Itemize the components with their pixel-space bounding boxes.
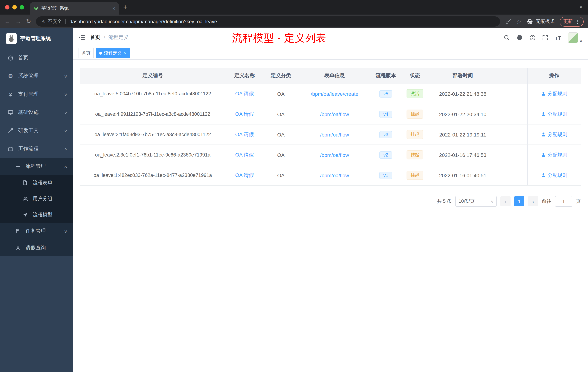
page-unit-label: 页 bbox=[576, 198, 581, 205]
definition-name-link[interactable]: OA 请假 bbox=[225, 145, 264, 165]
sidebar-item-leave-query[interactable]: 请假查询 bbox=[0, 240, 73, 256]
user-icon bbox=[541, 153, 546, 157]
column-header-actions: 操作 bbox=[527, 68, 581, 84]
sidebar-item-workflow[interactable]: 工作流程 ∧ bbox=[0, 140, 73, 158]
table-row: oa_leave:1:482ec033-762a-11ec-8477-a2380… bbox=[80, 165, 581, 186]
forward-button[interactable]: → bbox=[15, 19, 21, 24]
person-icon bbox=[15, 245, 21, 251]
user-icon bbox=[541, 132, 546, 137]
incognito-label: 无痕模式 bbox=[536, 18, 555, 25]
table-row: oa_leave:2:3c1f0ef1-76b1-11ec-9c66-a2380… bbox=[80, 145, 581, 165]
window-close-button[interactable] bbox=[5, 5, 10, 10]
app-navbar: 首页 / 流程定义 流程模型 - 定义列表 ? bbox=[73, 28, 588, 47]
cell-deploy-time: 2022-01-22 19:19:11 bbox=[429, 124, 496, 144]
breadcrumb-current: 流程定义 bbox=[108, 34, 129, 41]
sidebar-item-infrastructure[interactable]: 基础设施 ∨ bbox=[0, 103, 73, 121]
back-button[interactable]: ← bbox=[4, 19, 10, 24]
cell-deploy-time: 2022-01-16 01:40:51 bbox=[429, 165, 496, 185]
form-link[interactable]: /bpm/oa/flow bbox=[298, 124, 371, 144]
tag-process-definition[interactable]: 流程定义 × bbox=[96, 48, 130, 58]
window-zoom-button[interactable] bbox=[20, 5, 24, 10]
assign-rule-link[interactable]: 分配规则 bbox=[541, 90, 567, 97]
form-link[interactable]: /bpm/oa/leave/create bbox=[298, 84, 371, 104]
tab-close-icon[interactable]: × bbox=[112, 5, 115, 11]
cell-deploy-time: 2022-01-22 21:48:38 bbox=[429, 84, 496, 104]
assign-rule-link[interactable]: 分配规则 bbox=[541, 152, 567, 158]
definition-name-link[interactable]: OA 请假 bbox=[225, 165, 264, 185]
chevron-down-icon: ∨ bbox=[490, 199, 494, 203]
app-logo-row[interactable]: 芋道管理系统 bbox=[0, 28, 73, 49]
sidebar-item-process-form[interactable]: 流程表单 bbox=[0, 175, 73, 191]
page-size-select[interactable]: 10条/页 ∨ bbox=[455, 196, 497, 207]
cell-definition-id: oa_leave:3:1fad3d93-7b75-11ec-a3c8-acde4… bbox=[80, 124, 225, 144]
next-page-button[interactable]: › bbox=[528, 196, 538, 206]
status-badge: 挂起 bbox=[407, 130, 423, 139]
sidebar-item-user-group[interactable]: 用户分组 bbox=[0, 191, 73, 207]
browser-update-menu-button[interactable]: 更新 ⋮ bbox=[560, 17, 584, 26]
bookmark-star-icon[interactable]: ☆ bbox=[516, 18, 521, 25]
goto-page-input[interactable] bbox=[555, 196, 572, 207]
sidebar-item-process-mgmt[interactable]: 流程管理 ∧ bbox=[0, 158, 73, 175]
font-size-icon[interactable]: тT bbox=[555, 34, 561, 41]
breadcrumb: 首页 / 流程定义 bbox=[90, 34, 129, 41]
form-link[interactable]: /bpm/oa/flow bbox=[298, 145, 371, 165]
sidebar-label-workflow: 工作流程 bbox=[18, 146, 39, 152]
assign-rule-link[interactable]: 分配规则 bbox=[541, 111, 567, 117]
tag-home[interactable]: 首页 bbox=[79, 48, 94, 58]
user-avatar bbox=[567, 32, 578, 43]
security-label: 不安全 bbox=[48, 18, 62, 25]
address-bar[interactable]: ⚠ 不安全 dashboard.yudao.iocoder.cn/bpm/man… bbox=[36, 16, 500, 27]
chevron-down-icon: ∨ bbox=[64, 110, 67, 114]
gear-icon: ⚙ bbox=[7, 73, 14, 79]
window-minimize-button[interactable] bbox=[12, 5, 17, 10]
password-key-icon[interactable] bbox=[505, 18, 511, 25]
page-number-button[interactable]: 1 bbox=[514, 196, 524, 206]
document-icon bbox=[22, 180, 28, 185]
sidebar-label-home: 首页 bbox=[18, 55, 28, 61]
sidebar-item-home[interactable]: 首页 bbox=[0, 49, 73, 67]
user-menu[interactable]: ∨ bbox=[567, 32, 582, 43]
status-badge: 挂起 bbox=[407, 150, 423, 159]
sidebar-fold-icon[interactable] bbox=[79, 34, 85, 41]
help-icon[interactable]: ? bbox=[529, 34, 536, 41]
security-chip[interactable]: ⚠ 不安全 bbox=[41, 18, 62, 25]
sidebar-item-payment[interactable]: ¥ 支付管理 ∨ bbox=[0, 85, 73, 103]
browser-tab[interactable]: 芋道管理系统 × bbox=[30, 2, 119, 15]
yen-icon: ¥ bbox=[7, 91, 14, 97]
prev-page-button[interactable]: ‹ bbox=[500, 196, 511, 206]
monitor-icon bbox=[7, 109, 14, 115]
github-icon[interactable] bbox=[516, 34, 523, 41]
definition-name-link[interactable]: OA 请假 bbox=[225, 124, 264, 144]
tag-home-label: 首页 bbox=[82, 50, 91, 56]
chevron-down-icon: ∨ bbox=[64, 129, 67, 133]
dashboard-icon bbox=[7, 55, 14, 61]
status-badge: 激活 bbox=[407, 89, 423, 98]
assign-rule-link[interactable]: 分配规则 bbox=[541, 172, 567, 178]
new-tab-button[interactable]: + bbox=[123, 3, 127, 11]
assign-rule-link[interactable]: 分配规则 bbox=[541, 131, 567, 138]
sidebar-item-devtools[interactable]: 研发工具 ∨ bbox=[0, 121, 73, 140]
definition-name-link[interactable]: OA 请假 bbox=[225, 104, 264, 124]
cell-deploy-time: 2022-01-22 20:34:10 bbox=[429, 104, 496, 124]
search-icon[interactable] bbox=[504, 34, 510, 41]
version-badge: v1 bbox=[379, 172, 392, 179]
tab-search-chevron-icon[interactable]: ▼ bbox=[579, 5, 583, 10]
sidebar-item-system[interactable]: ⚙ 系统管理 ∨ bbox=[0, 67, 73, 85]
sidebar-item-task-mgmt[interactable]: 任务管理 ∨ bbox=[0, 223, 73, 240]
incognito-icon bbox=[526, 18, 533, 25]
fullscreen-icon[interactable] bbox=[542, 34, 548, 41]
reload-button[interactable]: ↻ bbox=[26, 19, 31, 24]
chevron-up-icon: ∧ bbox=[64, 147, 67, 151]
form-link[interactable]: /bpm/oa/flow bbox=[298, 104, 371, 124]
sidebar: 芋道管理系统 首页 ⚙ 系统管理 ∨ ¥ 支付管理 ∨ bbox=[0, 28, 73, 372]
form-link[interactable]: /bpm/oa/flow bbox=[298, 165, 371, 185]
browser-tab-strip: 芋道管理系统 × + ▼ bbox=[0, 0, 588, 15]
window-controls bbox=[0, 5, 30, 10]
tag-close-icon[interactable]: × bbox=[124, 51, 126, 56]
sidebar-item-process-model[interactable]: 流程模型 bbox=[0, 207, 73, 223]
column-header-version: 流程版本 bbox=[371, 68, 401, 84]
main-area: 首页 / 流程定义 流程模型 - 定义列表 ? bbox=[73, 28, 588, 372]
definition-name-link[interactable]: OA 请假 bbox=[225, 84, 264, 104]
breadcrumb-home[interactable]: 首页 bbox=[90, 34, 100, 41]
cell-category: OA bbox=[264, 124, 298, 144]
